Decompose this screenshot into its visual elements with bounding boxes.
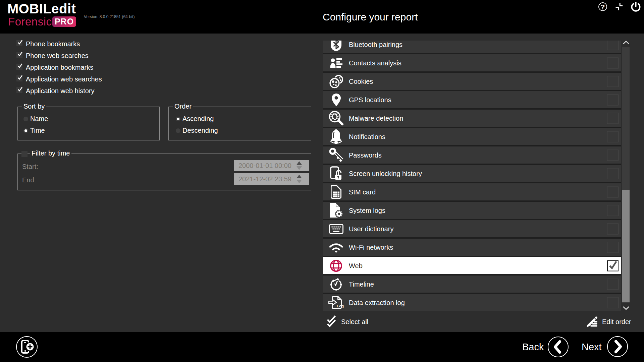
svg-text:Log: Log <box>337 304 344 308</box>
svg-text:?: ? <box>601 3 605 11</box>
